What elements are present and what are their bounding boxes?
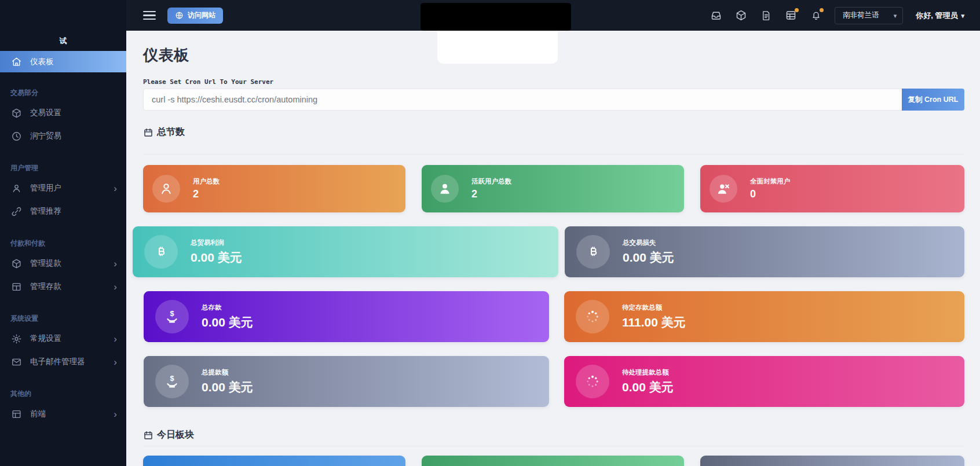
stat-label: 总贸易利润 (191, 238, 242, 247)
sidebar-section-payments: 付款和付款 管理提款 管理存款 (0, 238, 126, 298)
sidebar-item-label: 管理推荐 (30, 206, 117, 217)
calendar-icon (143, 430, 153, 441)
hamburger-menu-icon[interactable] (143, 11, 156, 20)
chevron-right-icon (114, 334, 117, 344)
bitcoin-icon (576, 235, 610, 269)
user-icon (10, 182, 22, 194)
section-header-totals: 总节数 (143, 126, 185, 138)
logo-panel (437, 31, 558, 64)
gear-icon (10, 333, 22, 344)
user-icon (152, 175, 180, 203)
sidebar-item-manage-deposits[interactable]: 管理存款 (0, 275, 126, 298)
active-user-icon (431, 175, 459, 203)
stat-label: 待处理提款总额 (622, 368, 674, 377)
stat-card-total-deposits: $ 总存款 0.00 美元 (144, 291, 549, 342)
cube-icon[interactable] (735, 9, 747, 21)
sidebar-section-system: 系统设置 常规设置 电子邮件管理器 (0, 313, 126, 373)
table-icon (10, 281, 22, 292)
banned-user-icon (710, 175, 737, 203)
language-value: 南非荷兰语 (843, 10, 879, 20)
content: 仪表板 Please Set Cron Url To Your Server 复… (126, 31, 980, 466)
svg-text:$: $ (170, 374, 174, 383)
notification-badge (820, 8, 824, 12)
notification-badge (795, 8, 799, 12)
visit-website-label: 访问网站 (188, 10, 215, 20)
section-header-today: 今日板块 (143, 429, 194, 441)
redacted-logo-overlay (420, 3, 571, 31)
divider (143, 154, 964, 155)
stat-card-pending-withdrawals: 待处理提款总额 0.00 美元 (564, 356, 964, 407)
layout-icon (10, 408, 22, 420)
cron-url-input[interactable] (143, 89, 902, 111)
sidebar-item-trade-settings[interactable]: 交易设置 (0, 101, 126, 124)
cube-icon (10, 258, 22, 269)
chevron-right-icon (114, 184, 117, 193)
stat-label: 总提款额 (202, 368, 253, 377)
sidebar-item-label: 仪表板 (30, 57, 117, 67)
brand-logo: 试 (0, 0, 126, 51)
stat-card-banned-users: 全面封禁用户 0 (700, 165, 964, 212)
stat-card-active-users: 活跃用户总数 2 (422, 165, 684, 212)
sidebar-section-header: 付款和付款 (0, 238, 126, 248)
sidebar: 试 仪表板 交易部分 交易设置 润宁贸易 用户管理 管理用户 (0, 0, 126, 466)
sidebar-section-trading: 交易部分 交易设置 润宁贸易 (0, 87, 126, 148)
document-icon[interactable] (760, 9, 772, 21)
stat-value: 111.00 美元 (622, 314, 686, 331)
cron-hint-label: Please Set Cron Url To Your Server (143, 78, 273, 86)
sidebar-section-header: 其他的 (0, 388, 126, 399)
today-card (422, 456, 684, 466)
chevron-right-icon (114, 259, 117, 269)
inbox-icon[interactable] (710, 9, 722, 21)
brand-logo-text: 试 (60, 36, 67, 46)
stat-value: 0.00 美元 (191, 249, 242, 266)
sidebar-item-dashboard[interactable]: 仪表板 (0, 51, 126, 72)
today-card (700, 456, 964, 466)
sidebar-item-frontend[interactable]: 前端 (0, 402, 126, 425)
sidebar-item-label: 交易设置 (30, 108, 117, 118)
language-select[interactable]: 南非荷兰语 (835, 7, 903, 24)
bell-icon[interactable] (810, 9, 822, 21)
divider (143, 446, 964, 446)
sidebar-item-label: 管理存款 (30, 281, 114, 292)
stat-value: 0.00 美元 (622, 379, 674, 395)
grid-icon[interactable] (785, 9, 797, 21)
link-icon (10, 206, 22, 217)
stat-label: 用户总数 (193, 177, 220, 186)
greeting-text: 你好, 管理员 (916, 10, 957, 21)
sidebar-item-general-settings[interactable]: 常规设置 (0, 327, 126, 350)
sidebar-item-runing-trade[interactable]: 润宁贸易 (0, 124, 126, 148)
sidebar-item-label: 常规设置 (30, 333, 114, 344)
stat-label: 活跃用户总数 (471, 177, 511, 186)
main-area: 访问网站 南非荷兰语 (126, 0, 980, 466)
home-icon (10, 56, 22, 68)
cube-icon (10, 107, 22, 119)
stat-value: 0.00 美元 (623, 249, 674, 266)
copy-cron-url-button[interactable]: 复制 Cron URL (902, 89, 964, 111)
mail-icon (10, 356, 22, 368)
stat-card-total-trade-profit: 总贸易利润 0.00 美元 (133, 226, 558, 277)
clock-icon (10, 130, 22, 142)
spinner-icon (576, 365, 609, 398)
sidebar-section-header: 交易部分 (0, 87, 126, 98)
sidebar-section-header: 用户管理 (0, 163, 126, 173)
stat-card-pending-deposits: 待定存款总额 111.00 美元 (564, 291, 964, 342)
stat-value: 0 (750, 188, 790, 200)
sidebar-section-users: 用户管理 管理用户 管理推荐 (0, 163, 126, 223)
sidebar-section-header: 系统设置 (0, 313, 126, 324)
sidebar-item-label: 前端 (30, 409, 114, 419)
spinner-icon (576, 300, 609, 333)
user-menu[interactable]: 你好, 管理员 (916, 10, 964, 21)
sidebar-item-manage-users[interactable]: 管理用户 (0, 177, 126, 200)
sidebar-item-email-manager[interactable]: 电子邮件管理器 (0, 350, 126, 373)
hand-dollar-icon: $ (155, 300, 189, 333)
sidebar-item-label: 电子邮件管理器 (30, 357, 114, 367)
stat-label: 总交易损失 (623, 238, 674, 247)
stat-card-total-trade-loss: 总交易损失 0.00 美元 (565, 226, 964, 277)
page-title: 仪表板 (143, 45, 189, 65)
hand-dollar-icon: $ (155, 365, 189, 398)
sidebar-item-manage-referral[interactable]: 管理推荐 (0, 200, 126, 223)
sidebar-section-others: 其他的 前端 (0, 388, 126, 425)
visit-website-button[interactable]: 访问网站 (167, 8, 223, 24)
stat-label: 总存款 (202, 303, 253, 312)
sidebar-item-manage-withdrawals[interactable]: 管理提款 (0, 252, 126, 275)
